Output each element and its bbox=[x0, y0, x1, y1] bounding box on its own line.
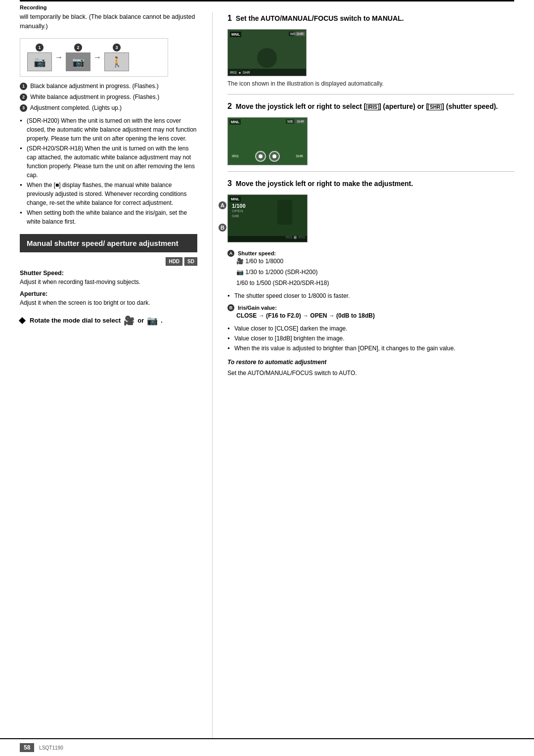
bullet-2: 2 White balance adjustment in progress. … bbox=[20, 93, 197, 101]
iris-bullets: Value closer to [CLOSE] darken the image… bbox=[227, 324, 514, 353]
camera-screen-1: MNL WB SHR IRIS ● SHR bbox=[227, 29, 307, 76]
circle-1: 1 bbox=[20, 83, 27, 90]
bullet-3: 3 Adjustment completed. (Lights up.) bbox=[20, 103, 197, 112]
iris-section: B Iris/Gain value: CLOSE → (F16 to F2.0)… bbox=[227, 304, 514, 353]
circle-icon-2 bbox=[269, 151, 280, 162]
step3-heading: 3 Move the joystick left or right to mak… bbox=[227, 178, 514, 189]
mnl-tag-2: MNL bbox=[229, 119, 241, 125]
wb-area-2: WB SHR bbox=[286, 119, 306, 124]
shutter-speed-label: Shutter Speed: bbox=[20, 270, 197, 277]
arrow-1: → bbox=[55, 53, 63, 62]
side-label-b: B bbox=[219, 224, 226, 232]
shutter-speed-fig-label: A Shutter speed: bbox=[227, 250, 514, 257]
iris-bullet-3: When the iris value is adjusted to brigh… bbox=[227, 344, 514, 353]
shutter-bullets: The shutter speed closer to 1/8000 is fa… bbox=[227, 291, 514, 300]
rotate-or: or bbox=[137, 316, 144, 326]
speed-display: 1/100 bbox=[232, 203, 246, 209]
step1-caption: The icon shown in the illustration is di… bbox=[227, 79, 514, 88]
step1-label: 1 📷 bbox=[27, 44, 52, 71]
dot-icon-2 bbox=[272, 154, 276, 158]
shr-bottom-1: SHR bbox=[243, 71, 250, 74]
restore-heading: To restore to automatic adjustment bbox=[227, 358, 514, 367]
circle-a: A bbox=[227, 250, 234, 257]
page-number: 58 bbox=[20, 743, 34, 752]
circle-icon-1 bbox=[255, 151, 266, 162]
sec-bullet-1: (SDR-H200) When the unit is turned on wi… bbox=[20, 116, 197, 143]
arrow-2: → bbox=[93, 53, 101, 62]
step2-heading: 2 Move the joystick left or right to sel… bbox=[227, 100, 514, 112]
balance-diagram: 1 📷 → 2 📷 → 3 🚶 bbox=[20, 38, 168, 77]
footer: 58 LSQT1190 bbox=[0, 738, 534, 756]
page: Recording will temporarily be black. (Th… bbox=[0, 0, 534, 756]
step1-heading-text: Set the AUTO/MANUAL/FOCUS switch to MANU… bbox=[236, 14, 404, 22]
open-tag: OPEN bbox=[232, 209, 243, 213]
numbered-bullets: 1 Black balance adjustment in progress. … bbox=[20, 82, 197, 112]
shutter-line2: 📷 1/30 to 1/2000 (SDR-H200) bbox=[236, 268, 514, 277]
shutter-speed-text: Adjust it when recording fast-moving sub… bbox=[20, 278, 197, 286]
lsqt-code: LSQT1190 bbox=[39, 745, 63, 751]
bottom-icons-2 bbox=[255, 151, 280, 162]
side-label-a: A bbox=[219, 201, 226, 209]
step2-num: 2 bbox=[227, 102, 232, 110]
sec-bullet-3: When the [■] display flashes, the manual… bbox=[20, 181, 197, 207]
dot-icon-1 bbox=[259, 154, 263, 158]
mnl-tag-3: MNL bbox=[229, 196, 241, 202]
iris-bullet-1: Value closer to [CLOSE] darken the image… bbox=[227, 324, 514, 333]
aperture-label: Aperture: bbox=[20, 290, 197, 297]
step3-num: 3 bbox=[227, 179, 232, 188]
shr-label: SHR bbox=[295, 119, 306, 124]
iris-bullet-2: Value closer to [18dB] brighten the imag… bbox=[227, 334, 514, 343]
step3-heading-text: Move the joystick left or right to make … bbox=[236, 180, 413, 188]
shutter-line3: 1/60 to 1/500 (SDR-H20/SDR-H18) bbox=[236, 279, 514, 287]
hdd-badge: HDD bbox=[166, 257, 182, 266]
shr-tag-1: SHR bbox=[295, 32, 305, 36]
bottom-bar-3 bbox=[228, 236, 307, 242]
video-camera-icon: 🎥 bbox=[124, 314, 134, 328]
step1-heading: 1 Set the AUTO/MANUAL/FOCUS switch to MA… bbox=[227, 12, 514, 24]
right-column: 1 Set the AUTO/MANUAL/FOCUS switch to MA… bbox=[213, 12, 514, 738]
bullet-1: 1 Black balance adjustment in progress. … bbox=[20, 82, 197, 91]
cam-box-2: 📷 bbox=[66, 52, 90, 71]
divider-2 bbox=[227, 171, 514, 172]
circle-3: 3 bbox=[20, 104, 27, 112]
step2-heading-text: Move the joystick left or right to selec… bbox=[236, 102, 498, 110]
recording-label: Recording bbox=[0, 1, 534, 12]
diamond-icon bbox=[19, 317, 26, 324]
camera-screen-2: MNL WB SHR IRIS SHR bbox=[227, 117, 308, 165]
shutter-note: The shutter speed closer to 1/8000 is fa… bbox=[227, 291, 514, 300]
camera-screen-3: MNL 1/100 OPEN 0dB IRIS IRIS bbox=[227, 194, 308, 242]
circle-b: B bbox=[227, 304, 234, 311]
shutter-line1: 🎥 1/60 to 1/8000 bbox=[236, 257, 514, 266]
step-circle-3: 3 bbox=[113, 44, 121, 51]
sec-bullet-4: When setting both the white balance and … bbox=[20, 208, 197, 226]
step1-num: 1 bbox=[227, 14, 232, 22]
restore-section: To restore to automatic adjustment Set t… bbox=[227, 358, 514, 378]
restore-text: Set the AUTO/MANUAL/FOCUS switch to AUTO… bbox=[227, 369, 514, 378]
rotate-text: Rotate the mode dial to select bbox=[30, 316, 121, 326]
figure-silhouette-1 bbox=[257, 48, 277, 68]
iris-fig-label: B Iris/Gain value: bbox=[227, 304, 514, 311]
cam-box-3: 🚶 bbox=[104, 52, 129, 71]
iris-label-1: IRIS bbox=[230, 71, 237, 74]
odb-tag: 0dB bbox=[232, 214, 239, 218]
wb-label: WB bbox=[286, 119, 294, 124]
dot-1: ● bbox=[239, 71, 241, 74]
mnl-tag-1: MNL bbox=[230, 32, 241, 37]
iris-title: Iris/Gain value: bbox=[238, 305, 277, 311]
sec-bullet-2: (SDR-H20/SDR-H18) When the unit is turne… bbox=[20, 144, 197, 180]
iris-bottom: IRIS bbox=[232, 154, 239, 158]
secondary-bullets: (SDR-H200) When the unit is turned on wi… bbox=[20, 116, 197, 226]
cam-box-1: 📷 bbox=[27, 52, 52, 71]
person-shape bbox=[277, 200, 292, 225]
shutter-speed-title: Shutter speed: bbox=[238, 250, 276, 256]
hdd-sd-badges: HDD SD bbox=[20, 257, 197, 266]
step2-label: 2 📷 bbox=[66, 44, 90, 71]
section-heading-box: Manual shutter speed/ aperture adjustmen… bbox=[20, 234, 197, 252]
camera-icon: 📷 bbox=[147, 314, 158, 328]
content-area: will temporarily be black. (The black ba… bbox=[0, 12, 534, 738]
step-circle-1: 1 bbox=[36, 44, 44, 51]
sd-badge: SD bbox=[184, 257, 197, 266]
shutter-speed-section: A Shutter speed: 🎥 1/60 to 1/8000 📷 1/30… bbox=[227, 250, 514, 300]
divider-1 bbox=[227, 94, 514, 94]
bottom-bar-1: IRIS ● SHR bbox=[228, 69, 306, 76]
